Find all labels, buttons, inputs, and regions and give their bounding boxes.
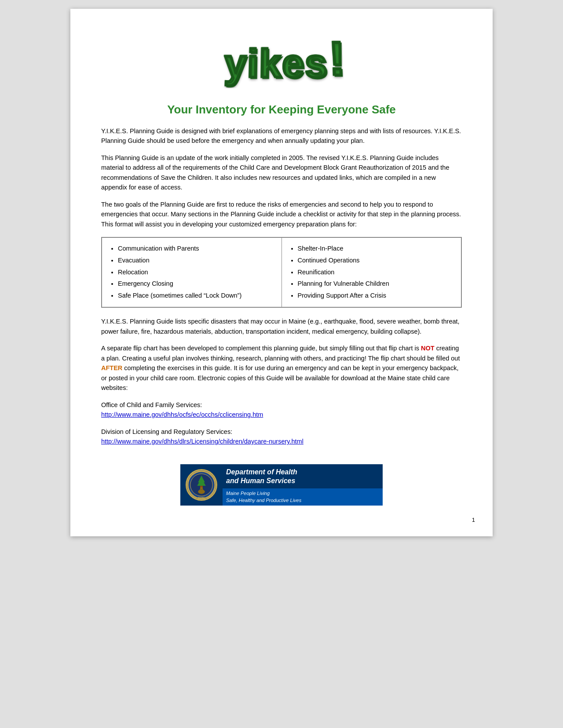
svg-text:MAINE: MAINE [198, 497, 205, 499]
p4-end: completing the exercises in this guide. … [101, 364, 458, 391]
dlrs-link[interactable]: http://www.maine.gov/dhhs/dlrs/Licensing… [101, 438, 303, 445]
dlrs-section: Division of Licensing and Regulatory Ser… [101, 427, 462, 447]
paragraph-4: A separate flip chart has been developed… [101, 343, 462, 393]
list-item: Emergency Closing [118, 278, 274, 289]
p4-not: NOT [421, 345, 435, 352]
ocfs-label: Office of Child and Family Services: [101, 401, 202, 408]
list-item: Continued Operations [298, 255, 453, 266]
svg-rect-8 [200, 489, 201, 491]
svg-point-7 [198, 489, 205, 494]
paragraph-5: Y.I.K.E.S. Planning Guide lists specific… [101, 317, 462, 336]
sub-line1: Maine People Living [226, 491, 270, 496]
dlrs-label: Division of Licensing and Regulatory Ser… [101, 428, 232, 435]
list-item: Relocation [118, 267, 274, 278]
footer-sub-area: Maine People Living Safe, Healthy and Pr… [223, 488, 383, 506]
list-item: Providing Support After a Crisis [298, 290, 453, 301]
dept-line1: Department of Health [226, 468, 297, 476]
yikes-logo: yikes ! [219, 36, 344, 96]
svg-rect-9 [202, 489, 203, 491]
svg-text:!: ! [328, 36, 344, 85]
list-item: Reunification [298, 267, 453, 278]
paragraph-2: This Planning Guide is an update of the … [101, 153, 462, 193]
footer-banner: MAINE Department of Health and Human Ser… [101, 464, 462, 506]
ocfs-link[interactable]: http://www.maine.gov/dhhs/ocfs/ec/occhs/… [101, 411, 263, 418]
maine-seal: MAINE [186, 469, 217, 501]
document-page: yikes ! Your Inventory for Keeping Every… [70, 9, 493, 536]
main-title: Your Inventory for Keeping Everyone Safe [101, 103, 462, 116]
logo-area: yikes ! [101, 35, 462, 95]
list-item: Safe Place (sometimes called “Lock Down”… [118, 290, 274, 301]
planning-table: Communication with Parents Evacuation Re… [101, 237, 462, 308]
left-list: Communication with Parents Evacuation Re… [110, 243, 274, 301]
footer-seal: MAINE [180, 464, 223, 506]
svg-text:yikes: yikes [223, 41, 328, 86]
paragraph-1: Y.I.K.E.S. Planning Guide is designed wi… [101, 126, 462, 146]
footer-text-area: Department of Health and Human Services … [223, 464, 383, 506]
list-item: Communication with Parents [118, 243, 274, 254]
table-left-col: Communication with Parents Evacuation Re… [102, 238, 282, 307]
p4-before-not: A separate flip chart has been developed… [101, 345, 421, 352]
svg-point-10 [200, 487, 203, 490]
footer-box: MAINE Department of Health and Human Ser… [180, 464, 383, 506]
ocfs-section: Office of Child and Family Services: htt… [101, 400, 462, 420]
paragraph-3: The two goals of the Planning Guide are … [101, 200, 462, 229]
right-list: Shelter-In-Place Continued Operations Re… [290, 243, 453, 301]
page-number: 1 [472, 517, 475, 523]
footer-dept-text: Department of Health and Human Services [223, 464, 383, 487]
list-item: Planning for Vulnerable Children [298, 278, 453, 289]
p4-after: AFTER [101, 364, 122, 371]
table-right-col: Shelter-In-Place Continued Operations Re… [282, 238, 461, 307]
dept-line2: and Human Services [226, 477, 295, 484]
list-item: Evacuation [118, 255, 274, 266]
sub-line2: Safe, Healthy and Productive Lives [226, 498, 301, 503]
footer-sub-text: Maine People Living Safe, Healthy and Pr… [226, 490, 376, 504]
list-item: Shelter-In-Place [298, 243, 453, 254]
